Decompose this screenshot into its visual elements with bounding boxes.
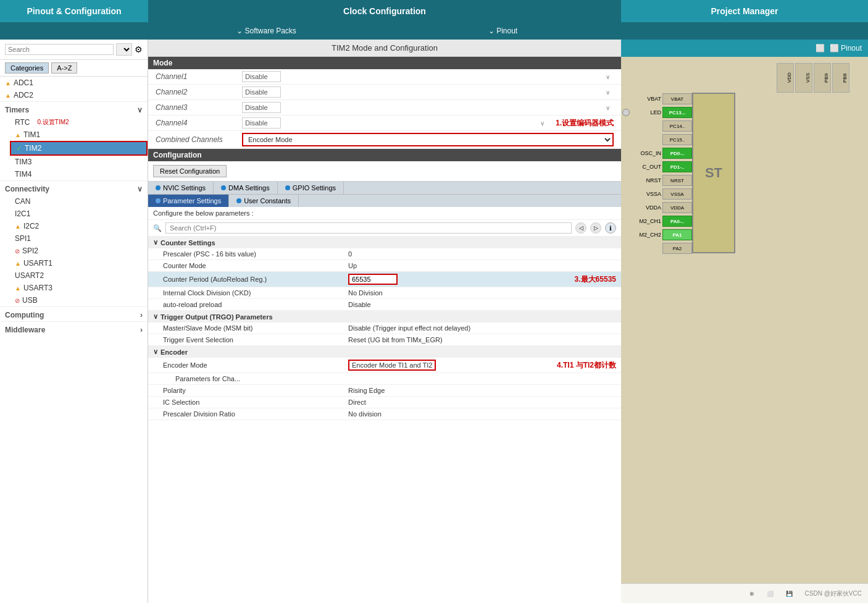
label-vbat: VBAT (627, 96, 661, 102)
tab-dma[interactable]: DMA Settings (214, 182, 278, 194)
pad-vdda: VDDA (662, 202, 692, 213)
pin-nrst-row: NRST NRST (627, 174, 692, 187)
tab-gpio[interactable]: GPIO Settings (278, 182, 344, 194)
pad-pd1: PD1-.. (662, 161, 692, 172)
annotation-tim2: 0.设置TIM2 (37, 118, 69, 127)
software-packs-btn[interactable]: ⌄ Software Packs (148, 22, 385, 40)
collapse-icon[interactable]: ∨ (153, 238, 158, 247)
sub-header: ⌄ Software Packs ⌄ Pinout (0, 22, 868, 40)
combined-channels-select[interactable]: Encoder Mode (242, 133, 614, 146)
pad-pc13: PC13... (662, 107, 692, 118)
tab-az[interactable]: A->Z (51, 62, 77, 74)
warning-icon-tim1: ▲ (15, 132, 21, 138)
header-clock[interactable]: Clock Configuration (148, 0, 621, 22)
pin-vdda-row: VDDA VDDA (627, 201, 692, 214)
sidebar-item-adc2[interactable]: ▲ ADC2 (0, 89, 148, 101)
channel2-select-wrapper: Disable (242, 86, 614, 98)
channel1-select[interactable]: Disable (242, 71, 281, 82)
param-prescaler-div-row: Prescaler Division Ratio No division (148, 408, 621, 420)
section-connectivity[interactable]: Connectivity ∨ (0, 180, 148, 195)
section-computing[interactable]: Computing › (0, 306, 148, 321)
channel2-select[interactable]: Disable (242, 86, 281, 98)
gear-icon[interactable]: ⚙ (135, 44, 143, 54)
header-project-label: Project Manager (711, 6, 778, 16)
sidebar-item-tim4[interactable]: TIM4 (10, 168, 148, 180)
label-led: LED (627, 109, 661, 116)
sidebar-item-rtc[interactable]: RTC 0.设置TIM2 (10, 116, 148, 129)
watermark: CSDN @好家伙VCC (805, 589, 862, 598)
tab-user[interactable]: User Constants (229, 195, 299, 207)
dot-dma (221, 185, 226, 190)
config-tabs: NVIC Settings DMA Settings GPIO Settings (148, 182, 621, 194)
error-icon-spi2: ⊘ (15, 248, 20, 255)
sidebar-item-i2c1[interactable]: I2C1 (10, 208, 148, 220)
search-dropdown[interactable] (116, 43, 132, 56)
header-project[interactable]: Project Manager (621, 0, 868, 22)
sidebar-item-tim1[interactable]: ▲ TIM1 (10, 129, 148, 141)
collapse-icon-2[interactable]: ∨ (153, 313, 158, 321)
pinout-top-btn[interactable]: ⬜ ⬜ Pinout (816, 44, 862, 53)
channel3-select-wrapper: Disable (242, 102, 614, 113)
channel4-select[interactable]: Disable (242, 117, 281, 129)
header-pinout[interactable]: Pinout & Configuration (0, 0, 148, 22)
pad-pa1: PA1 (662, 229, 692, 240)
combined-channels-row: Combined Channels Encoder Mode (148, 131, 621, 149)
reset-config-btn[interactable]: Reset Configuration (153, 165, 227, 177)
sidebar-item-can[interactable]: CAN (10, 195, 148, 208)
pin-pa1-row: M2_CH2 PA1 (627, 229, 692, 241)
info-btn[interactable]: ℹ (605, 222, 616, 234)
chevron-icon-2: ∨ (137, 185, 143, 193)
encoder-mode-value: Encoder Mode TI1 and TI2 (348, 360, 436, 371)
config-section-header: Configuration (148, 149, 621, 161)
channel2-label: Channel2 (156, 88, 242, 96)
bottom-bar: ⊕ ⬜ 💾 CSDN @好家伙VCC (621, 583, 868, 603)
chevron-right-icon: › (140, 311, 143, 319)
section-timers[interactable]: Timers ∨ (0, 101, 148, 116)
counter-period-input[interactable] (348, 274, 398, 285)
search-input[interactable] (5, 44, 114, 55)
params-table: ∨ Counter Settings Prescaler (PSC - 16 b… (148, 237, 621, 603)
params-search-input[interactable] (165, 222, 572, 234)
label-vssa: VSSA (627, 191, 661, 197)
subheader-right (621, 22, 868, 40)
channel3-select[interactable]: Disable (242, 102, 281, 113)
sidebar-item-i2c2[interactable]: ▲ I2C2 (10, 220, 148, 232)
prev-btn[interactable]: ◁ (575, 222, 586, 234)
tab-categories[interactable]: Categories (5, 62, 49, 74)
annotation-encoder: 1.设置编码器模式 (556, 118, 614, 129)
chip-center: ST (692, 93, 735, 253)
pin-led-row: LED PC13... (627, 106, 692, 119)
sidebar-item-tim2[interactable]: ✓ TIM2 (10, 141, 148, 156)
tab-params[interactable]: Parameter Settings (148, 195, 229, 207)
collapse-icon-3[interactable]: ∨ (153, 348, 158, 356)
warning-icon-usart3: ▲ (15, 285, 21, 292)
tab-nvic[interactable]: NVIC Settings (148, 182, 214, 194)
sidebar-item-usart2[interactable]: USART2 (10, 269, 148, 282)
sidebar-item-spi2[interactable]: ⊘ SPI2 (10, 245, 148, 257)
pad-pc14: PC14.. (662, 120, 692, 132)
next-btn[interactable]: ▷ (590, 222, 601, 234)
sidebar-item-tim3[interactable]: TIM3 (10, 156, 148, 168)
software-packs-label: ⌄ Software Packs (236, 27, 296, 35)
sidebar-item-usart3[interactable]: ▲ USART3 (10, 282, 148, 294)
top-header: Pinout & Configuration Clock Configurati… (0, 0, 868, 22)
config-toolbar: Reset Configuration (148, 161, 621, 182)
pin-vss: VSS (795, 63, 812, 93)
pinout-sub-label: ⌄ Pinout (488, 27, 517, 35)
sidebar-item-usart1[interactable]: ▲ USART1 (10, 257, 148, 269)
save-btn[interactable]: 💾 (786, 591, 793, 597)
section-middleware[interactable]: Middleware › (0, 321, 148, 336)
zoom-in-btn[interactable]: ⊕ (749, 591, 754, 597)
connectivity-sub: CAN I2C1 ▲ I2C2 SPI1 ⊘ SPI2 ▲ USART1 USA… (0, 195, 148, 306)
channel4-label: Channel4 (156, 119, 242, 127)
chip-notch (622, 109, 630, 116)
frame-btn[interactable]: ⬜ (767, 591, 774, 597)
sidebar-item-adc1[interactable]: ▲ ADC1 (0, 77, 148, 89)
pinout-sub-btn[interactable]: ⌄ Pinout (385, 22, 621, 40)
pad-pa0: PA0-.. (662, 216, 692, 227)
pin-pc15-row: PC15.. (627, 133, 692, 146)
sidebar-item-usb[interactable]: ⊘ USB (10, 294, 148, 306)
mode-section-header: Mode (148, 57, 621, 69)
sidebar-item-spi1[interactable]: SPI1 (10, 232, 148, 245)
warning-icon-2: ▲ (5, 92, 11, 99)
